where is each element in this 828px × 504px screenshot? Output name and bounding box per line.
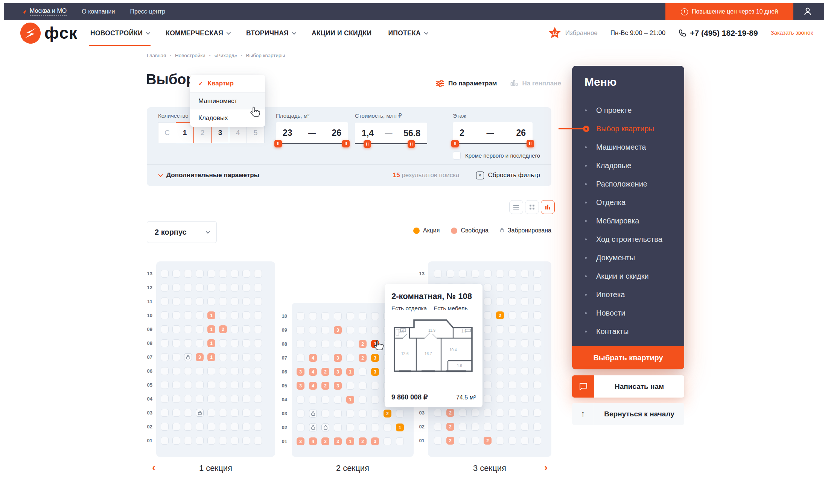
section-pagination-label-1[interactable]: 1 секция bbox=[174, 463, 257, 473]
apartment-cell-2-room[interactable]: 2 bbox=[359, 437, 367, 445]
nav-item-0[interactable]: НОВОСТРОЙКИ bbox=[90, 20, 149, 46]
apartment-cell-3-room[interactable]: 3 bbox=[334, 354, 342, 362]
section-pagination-label-2[interactable]: 2 секция bbox=[311, 463, 394, 473]
menu-item-9[interactable]: Акции и скидки bbox=[572, 267, 684, 285]
menu-item-8[interactable]: Документы bbox=[572, 249, 684, 267]
apartment-cell-4-room[interactable]: 4 bbox=[309, 354, 317, 362]
chess-view-button[interactable] bbox=[541, 200, 555, 214]
mode-by-params[interactable]: По параметрам bbox=[436, 80, 497, 87]
room-option-С[interactable]: С bbox=[158, 122, 176, 143]
apartment-cell-4-room[interactable]: 4 bbox=[309, 382, 317, 390]
apartment-cell-2-room[interactable]: 2 bbox=[496, 311, 504, 319]
apartment-cell-3-room[interactable]: 3 bbox=[334, 368, 342, 376]
area-range[interactable]: 23 — 26 bbox=[276, 122, 348, 143]
choose-apartment-button[interactable]: Выбрать квартиру bbox=[572, 346, 684, 369]
breadcrumb-item-0[interactable]: Главная bbox=[147, 53, 166, 58]
menu-item-10[interactable]: Ипотека bbox=[572, 285, 684, 304]
apartment-cell-4-room[interactable]: 4 bbox=[309, 368, 317, 376]
fsk-logo[interactable]: фск bbox=[20, 22, 78, 44]
apartment-cell-3-room[interactable]: 3 bbox=[297, 382, 304, 390]
apartment-cell-3-room[interactable]: 3 bbox=[334, 437, 342, 445]
menu-item-7[interactable]: Ход строительства bbox=[572, 230, 684, 249]
apartment-cell-2-room[interactable]: 2 bbox=[446, 423, 454, 431]
prev-section-arrow[interactable]: ‹ bbox=[152, 462, 155, 474]
apartment-cell-3-room[interactable]: 3 bbox=[297, 368, 304, 376]
reset-filter-button[interactable]: ✕ Сбросить фильтр bbox=[476, 172, 540, 179]
apartment-cell-1-room[interactable]: 1 bbox=[346, 368, 354, 376]
back-to-top-button[interactable]: ↑ Вернуться к началу bbox=[572, 403, 684, 425]
section-pagination-label-3[interactable]: 3 секция bbox=[448, 463, 531, 473]
apartment-cell-1-room[interactable]: 1 bbox=[207, 339, 215, 347]
apartment-cell-1-room[interactable]: 1 bbox=[207, 325, 215, 333]
booked-cell[interactable] bbox=[309, 410, 317, 417]
phone-link[interactable]: +7 (495) 182-19-89 bbox=[678, 29, 758, 38]
topbar-link-company[interactable]: О компании bbox=[82, 8, 115, 15]
grid-view-button[interactable] bbox=[525, 200, 539, 214]
apartment-cell-3-room[interactable]: 3 bbox=[371, 437, 379, 445]
floor-slider-handle-min[interactable] bbox=[451, 140, 459, 147]
area-slider-handle-min[interactable] bbox=[274, 140, 282, 147]
callback-link[interactable]: Заказать звонок bbox=[771, 29, 813, 37]
menu-item-3[interactable]: Кладовые bbox=[572, 156, 684, 175]
nav-item-3[interactable]: АКЦИИ И СКИДКИ bbox=[312, 20, 371, 46]
apartment-cell-2-room[interactable]: 2 bbox=[321, 437, 329, 445]
apartment-cell-3-room[interactable]: 3 bbox=[371, 354, 379, 362]
menu-item-4[interactable]: Расположение bbox=[572, 175, 684, 193]
apartment-cell-3-room[interactable]: 3 bbox=[196, 353, 204, 361]
apartment-cell-1-room[interactable]: 1 bbox=[346, 437, 354, 445]
write-us-button[interactable]: Написать нам bbox=[572, 375, 684, 398]
exclude-floors-checkbox[interactable] bbox=[453, 152, 461, 159]
apartment-cell-2-room[interactable]: 2 bbox=[321, 368, 329, 376]
building-select[interactable]: 2 корпус bbox=[147, 221, 217, 243]
apartment-cell-2-room[interactable]: 2 bbox=[384, 410, 391, 417]
menu-item-12[interactable]: Контакты bbox=[572, 322, 684, 341]
price-range[interactable]: 1,4 — 56.8 bbox=[355, 123, 427, 144]
booked-cell[interactable] bbox=[196, 409, 204, 417]
floor-range[interactable]: 2 — 26 bbox=[453, 122, 533, 143]
apartment-cell-2-room[interactable]: 2 bbox=[484, 437, 492, 445]
apartment-cell-4-room[interactable]: 4 bbox=[309, 437, 317, 445]
menu-item-5[interactable]: Отделка bbox=[572, 193, 684, 212]
apartment-cell-2-room[interactable]: 2 bbox=[359, 340, 367, 348]
apartment-cell-2-room[interactable]: 2 bbox=[359, 354, 367, 362]
favorites-link[interactable]: 12 Избранное bbox=[548, 26, 598, 40]
list-view-button[interactable] bbox=[509, 200, 523, 214]
menu-item-1[interactable]: Выбор квартиры bbox=[572, 120, 684, 138]
apartment-cell-2-room[interactable]: 2 bbox=[446, 437, 454, 445]
next-section-arrow[interactable]: › bbox=[544, 462, 548, 474]
region-selector[interactable]: Москва и МО bbox=[21, 8, 67, 16]
price-slider-handle-min[interactable] bbox=[364, 140, 371, 148]
more-params-toggle[interactable]: Дополнительные параметры bbox=[158, 172, 259, 179]
breadcrumb-item-2[interactable]: «Рихард» bbox=[214, 53, 237, 58]
area-slider-handle-max[interactable] bbox=[342, 140, 350, 147]
apartment-cell-1-room[interactable]: 1 bbox=[346, 396, 354, 404]
menu-item-0[interactable]: О проекте bbox=[572, 101, 684, 120]
user-icon[interactable] bbox=[803, 7, 812, 16]
apartment-cell-1-room[interactable]: 1 bbox=[207, 311, 215, 319]
apartment-cell-2-room[interactable]: 2 bbox=[446, 409, 454, 417]
booked-cell[interactable] bbox=[309, 424, 317, 431]
nav-item-2[interactable]: ВТОРИЧНАЯ bbox=[246, 20, 295, 46]
apartment-cell-3-room[interactable]: 3 bbox=[334, 326, 342, 334]
booked-cell[interactable] bbox=[321, 424, 329, 431]
menu-item-6[interactable]: Меблировка bbox=[572, 212, 684, 230]
price-increase-banner[interactable]: ! Повышение цен через 10 дней bbox=[665, 3, 793, 20]
breadcrumb-item-1[interactable]: Новостройки bbox=[175, 53, 205, 58]
breadcrumb-item-3[interactable]: Выбор квартиры bbox=[246, 53, 285, 58]
floor-slider-handle-max[interactable] bbox=[527, 140, 534, 147]
apartment-cell-1-room[interactable]: 1 bbox=[396, 424, 404, 431]
dropdown-item-0[interactable]: ✓Квартир bbox=[190, 75, 265, 92]
menu-item-11[interactable]: Новости bbox=[572, 304, 684, 322]
apartment-cell-2-room[interactable]: 2 bbox=[321, 382, 329, 390]
apartment-cell-3-room[interactable]: 3 bbox=[297, 437, 304, 445]
nav-item-4[interactable]: ИПОТЕКА bbox=[388, 20, 427, 46]
nav-item-1[interactable]: КОММЕРЧЕСКАЯ bbox=[166, 20, 230, 46]
apartment-cell-3-room[interactable]: 3 bbox=[334, 382, 342, 390]
booked-cell[interactable] bbox=[184, 353, 192, 361]
mode-genplan[interactable]: На генплане bbox=[510, 80, 561, 87]
topbar-link-press[interactable]: Пресс-центр bbox=[130, 8, 165, 15]
apartment-cell-2-room[interactable]: 2 bbox=[219, 325, 227, 333]
price-slider-handle-max[interactable] bbox=[408, 140, 415, 148]
apartment-cell-3-room[interactable]: 3 bbox=[371, 368, 379, 376]
apartment-cell-1-room[interactable]: 1 bbox=[207, 353, 215, 361]
